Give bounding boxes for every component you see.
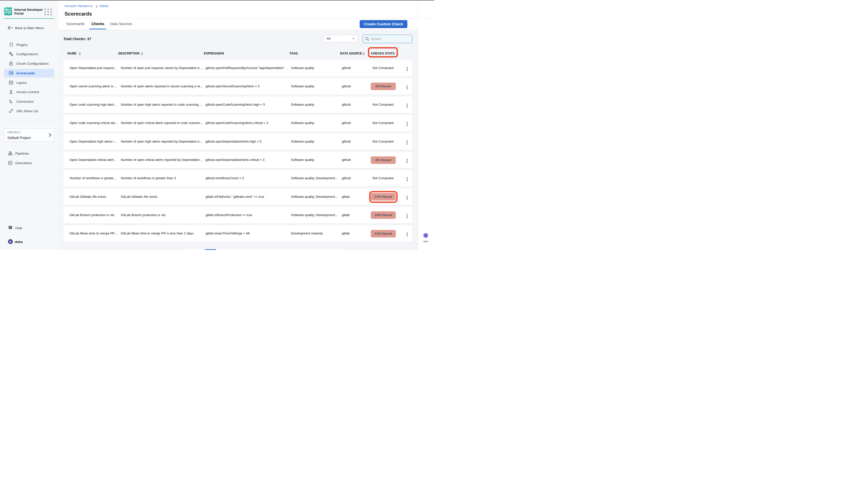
svg-text:?: ? — [10, 226, 11, 229]
